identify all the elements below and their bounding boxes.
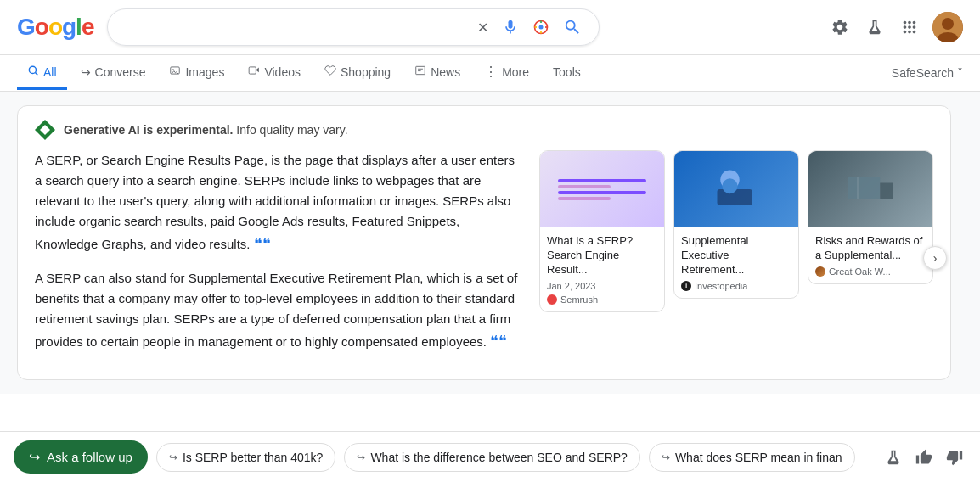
- follow-up-arrow-icon: ↪: [29, 449, 40, 465]
- ask-follow-up-button[interactable]: ↪ Ask a follow up: [14, 440, 148, 474]
- flask-button[interactable]: [863, 15, 887, 39]
- suggestion-chip-1[interactable]: ↪ Is SERP better than 401k?: [156, 443, 336, 472]
- ai-results-box: Generative AI is experimental. Info qual…: [17, 105, 951, 380]
- card-1-source: Semrush: [547, 294, 657, 305]
- svg-rect-15: [416, 66, 425, 74]
- tab-converse-label: Converse: [95, 65, 146, 79]
- tab-converse[interactable]: ↪ Converse: [70, 57, 156, 90]
- ai-notice-text: Generative AI is experimental. Info qual…: [64, 123, 348, 137]
- tab-all-label: All: [43, 65, 57, 79]
- card-3-image: [808, 151, 932, 227]
- svg-rect-22: [848, 177, 881, 199]
- quote-mark-2: ❝❝: [490, 333, 507, 350]
- ai-notice: Generative AI is experimental. Info qual…: [35, 120, 933, 140]
- tab-news-label: News: [431, 65, 460, 79]
- more-icon: ⋮: [484, 64, 498, 80]
- settings-button[interactable]: [827, 14, 853, 40]
- svg-rect-13: [250, 67, 256, 74]
- card-2-source: i Investopedia: [681, 281, 791, 291]
- mic-button[interactable]: [498, 15, 522, 39]
- ai-text-section: A SERP, or Search Engine Results Page, i…: [35, 150, 522, 366]
- follow-up-flask-button[interactable]: [881, 446, 905, 469]
- safe-search-label: SafeSearch: [892, 66, 954, 80]
- suggestion-chip-3[interactable]: ↪ What does SERP mean in finan: [649, 443, 855, 472]
- card-1-title: What Is a SERP? Search Engine Result...: [547, 234, 657, 277]
- cards-next-button[interactable]: ›: [923, 246, 947, 270]
- safe-search-chevron-icon: ˅: [957, 66, 963, 80]
- tab-more[interactable]: ⋮ More: [474, 55, 539, 91]
- svg-line-10: [36, 73, 38, 76]
- tab-tools[interactable]: Tools: [543, 57, 591, 90]
- tab-videos-label: Videos: [264, 65, 301, 79]
- card-3-source: Great Oak W...: [815, 266, 926, 277]
- investopedia-icon: i: [681, 281, 691, 291]
- chip-1-arrow-icon: ↪: [169, 451, 177, 463]
- greatoak-icon: [815, 266, 825, 277]
- svg-point-1: [539, 25, 544, 30]
- tab-shopping-label: Shopping: [341, 65, 391, 79]
- svg-rect-23: [880, 183, 893, 199]
- thumbs-down-button[interactable]: [943, 446, 966, 469]
- semrush-icon: [547, 294, 557, 305]
- svg-point-9: [29, 66, 36, 73]
- ai-content-row: A SERP, or Search Engine Results Page, i…: [35, 150, 933, 366]
- result-card-1[interactable]: What Is a SERP? Search Engine Result... …: [539, 150, 665, 312]
- tab-shopping[interactable]: Shopping: [314, 56, 401, 90]
- apps-button[interactable]: [897, 14, 922, 40]
- ai-diamond-icon: [35, 120, 55, 140]
- svg-point-12: [173, 69, 175, 70]
- tab-images-label: Images: [185, 65, 224, 79]
- card-1-date: Jan 2, 2023: [547, 281, 657, 291]
- tab-all[interactable]: All: [17, 56, 67, 90]
- tab-news[interactable]: News: [404, 56, 470, 90]
- converse-arrow-icon: ↪: [81, 65, 91, 79]
- thumbs-up-button[interactable]: [912, 446, 936, 469]
- tab-more-label: More: [502, 65, 529, 79]
- main-content: Generative AI is experimental. Info qual…: [0, 92, 980, 394]
- follow-up-button-label: Ask a follow up: [47, 450, 132, 464]
- all-icon: [27, 64, 39, 79]
- search-input[interactable]: what is a serp: [121, 20, 467, 35]
- tab-tools-label: Tools: [553, 65, 581, 79]
- chip-1-label: Is SERP better than 401k?: [183, 451, 324, 464]
- images-icon: [169, 64, 181, 79]
- nav-tabs: All ↪ Converse Images Videos Shopping Ne…: [0, 55, 980, 92]
- google-logo: Google: [17, 14, 93, 41]
- svg-marker-18: [40, 125, 50, 135]
- svg-marker-14: [256, 68, 260, 73]
- safe-search[interactable]: SafeSearch ˅: [892, 66, 963, 80]
- suggestion-chip-2[interactable]: ↪ What is the difference between SEO and…: [344, 443, 639, 472]
- chip-3-label: What does SERP mean in finan: [675, 451, 842, 464]
- header-right: [827, 12, 963, 42]
- ai-paragraph-2: A SERP can also stand for Supplemental E…: [35, 268, 522, 354]
- svg-point-7: [942, 18, 954, 30]
- tab-videos[interactable]: Videos: [238, 56, 311, 90]
- clear-button[interactable]: ✕: [474, 16, 492, 39]
- svg-point-21: [723, 178, 738, 193]
- follow-up-bar: ↪ Ask a follow up ↪ Is SERP better than …: [0, 431, 980, 482]
- card-3-title: Risks and Rewards of a Supplemental...: [815, 234, 926, 263]
- result-card-2[interactable]: Supplemental Executive Retirement... i I…: [673, 150, 799, 299]
- ai-cards-section: What Is a SERP? Search Engine Result... …: [539, 150, 933, 366]
- videos-icon: [248, 64, 260, 79]
- tab-images[interactable]: Images: [159, 56, 234, 90]
- shopping-icon: [324, 64, 336, 79]
- search-button[interactable]: [560, 14, 585, 40]
- chip-2-arrow-icon: ↪: [357, 451, 365, 463]
- quote-mark-1: ❝❝: [254, 235, 271, 252]
- header: Google what is a serp ✕: [0, 0, 980, 55]
- chip-2-label: What is the difference between SEO and S…: [370, 451, 627, 464]
- chip-3-arrow-icon: ↪: [662, 451, 670, 463]
- ai-paragraph-1: A SERP, or Search Engine Results Page, i…: [35, 150, 522, 256]
- lens-button[interactable]: [529, 15, 553, 39]
- avatar[interactable]: [932, 12, 963, 42]
- card-2-image: [674, 151, 798, 227]
- news-icon: [414, 64, 426, 79]
- follow-up-action-icons: [881, 446, 966, 469]
- card-2-title: Supplemental Executive Retirement...: [681, 234, 791, 277]
- search-bar: what is a serp ✕: [107, 8, 600, 46]
- result-card-3[interactable]: Risks and Rewards of a Supplemental... G…: [808, 150, 933, 284]
- card-1-image: [540, 151, 664, 227]
